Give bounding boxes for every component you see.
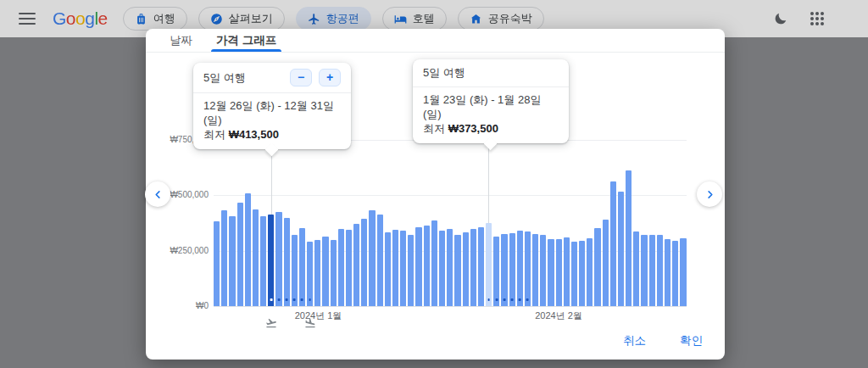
price-bar[interactable] (649, 235, 655, 306)
price-bar[interactable] (633, 231, 639, 306)
trip-tooltip-1: 5일 여행 − + 12월 26일 (화) - 12월 31일 (일) 최저 ₩… (193, 63, 351, 149)
price-bar[interactable] (322, 237, 328, 306)
trip-day-dot (487, 298, 490, 301)
price-bar[interactable] (532, 234, 538, 306)
price-bar[interactable] (493, 237, 499, 306)
price-bar[interactable] (447, 229, 453, 306)
price-bar[interactable] (346, 230, 352, 306)
price-bar[interactable] (509, 233, 515, 306)
price-bar[interactable] (517, 231, 523, 306)
y-axis-tick: ₩0 (146, 301, 209, 310)
price-bar[interactable] (275, 212, 281, 306)
price-bar[interactable] (314, 240, 320, 306)
y-axis-tick: ₩250,000 (146, 246, 209, 255)
nav-pill-hotels[interactable]: 호텔 (382, 7, 447, 31)
price-bar[interactable] (657, 235, 663, 306)
trip-price: 최저 ₩373,500 (423, 121, 559, 136)
trip-dates: 12월 26일 (화) - 12월 31일 (일) (203, 98, 341, 127)
trip-length-decrease-button[interactable]: − (290, 69, 312, 86)
price-bar[interactable] (400, 231, 406, 306)
price-bar[interactable] (454, 235, 460, 306)
dark-mode-icon[interactable] (773, 11, 788, 26)
price-bar[interactable] (268, 215, 274, 306)
nav-pill-explore[interactable]: 살펴보기 (198, 7, 285, 31)
price-bar[interactable] (594, 228, 600, 306)
plot-bars (214, 140, 687, 306)
flight-takeoff-icon (265, 317, 277, 329)
menu-icon[interactable] (19, 13, 36, 25)
price-bar[interactable] (463, 232, 469, 306)
confirm-button[interactable]: 확인 (680, 333, 703, 348)
price-bar[interactable] (292, 235, 298, 306)
price-bar[interactable] (610, 181, 616, 306)
price-bar[interactable] (229, 216, 235, 306)
price-bar[interactable] (237, 203, 243, 306)
trip-length-increase-button[interactable]: + (319, 69, 341, 86)
tab-price-graph[interactable]: 가격 그래프 (214, 29, 278, 52)
price-bar[interactable] (680, 238, 686, 306)
price-bar[interactable] (299, 228, 305, 306)
price-bar[interactable] (571, 242, 577, 306)
price-bar[interactable] (618, 192, 624, 306)
price-bar[interactable] (626, 170, 632, 306)
price-bar[interactable] (540, 235, 546, 306)
next-dates-button[interactable] (697, 181, 722, 207)
price-bar[interactable] (353, 224, 359, 306)
price-bar[interactable] (214, 221, 220, 306)
price-bar[interactable] (478, 227, 484, 306)
trip-day-dot (519, 298, 521, 301)
trip-day-dot (301, 298, 303, 301)
price-bar[interactable] (525, 231, 531, 306)
tab-dates[interactable]: 날짜 (168, 29, 194, 52)
price-bar[interactable] (408, 235, 414, 306)
price-bar[interactable] (221, 210, 227, 306)
cancel-button[interactable]: 취소 (623, 333, 646, 348)
price-bar[interactable] (470, 229, 476, 306)
chevron-left-icon (153, 190, 163, 199)
price-bar[interactable] (564, 237, 570, 306)
trip-tooltip-2: 5일 여행 1월 23일 (화) - 1월 28일 (일) 최저 ₩373,50… (413, 59, 569, 143)
nav-pill-flights[interactable]: 항공편 (296, 7, 371, 31)
price-bar[interactable] (424, 226, 430, 306)
trip-price: 최저 ₩413,500 (203, 127, 341, 142)
trip-day-dot (504, 298, 506, 301)
price-bar[interactable] (385, 232, 391, 306)
price-bar[interactable] (415, 227, 421, 306)
price-bar[interactable] (672, 241, 678, 306)
nav-pill-vacation-rentals[interactable]: 공유숙박 (458, 7, 544, 31)
price-bar[interactable] (253, 209, 259, 306)
price-bar[interactable] (665, 239, 670, 306)
price-bar[interactable] (331, 240, 337, 306)
price-bar[interactable] (587, 238, 593, 306)
trip-day-dot (293, 298, 296, 301)
google-apps-icon[interactable] (810, 12, 824, 25)
dialog-tabs: 날짜 가격 그래프 (146, 29, 725, 52)
travel-nav: 여행살펴보기항공편호텔공유숙박 (123, 7, 544, 31)
price-bar[interactable] (361, 219, 367, 306)
nav-pill-travel[interactable]: 여행 (123, 7, 187, 31)
trip-dates: 1월 23일 (화) - 1월 28일 (일) (423, 92, 559, 121)
price-bar[interactable] (338, 229, 344, 306)
price-bar[interactable] (579, 241, 585, 306)
google-logo[interactable]: Google (53, 8, 108, 29)
price-bar[interactable] (486, 223, 492, 306)
price-bar[interactable] (307, 242, 313, 306)
price-bar[interactable] (260, 216, 266, 306)
price-bar[interactable] (431, 220, 437, 306)
price-bar[interactable] (245, 193, 251, 306)
price-bar[interactable] (377, 215, 383, 306)
price-bar[interactable] (501, 234, 507, 306)
price-bar[interactable] (284, 218, 290, 306)
flights-icon (308, 13, 320, 25)
previous-dates-button[interactable] (145, 181, 170, 207)
price-bar[interactable] (392, 230, 398, 306)
trip-day-dot (511, 298, 514, 301)
x-axis-month-label: 2024년 1월 (280, 309, 356, 322)
price-bar[interactable] (641, 235, 647, 306)
price-bar[interactable] (556, 239, 562, 306)
price-bar[interactable] (439, 231, 445, 306)
hotel-icon (394, 13, 407, 25)
price-bar[interactable] (369, 210, 375, 306)
price-bar[interactable] (548, 239, 554, 306)
price-bar[interactable] (603, 220, 609, 306)
